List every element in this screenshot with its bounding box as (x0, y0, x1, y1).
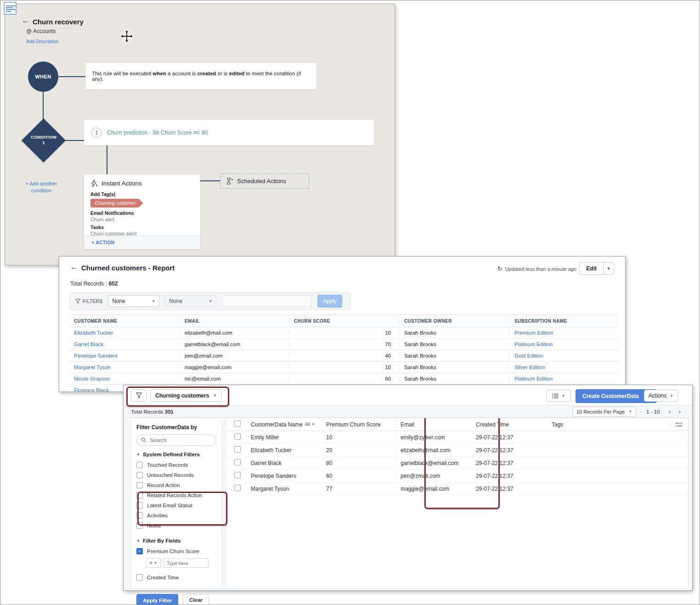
subscription-name-link[interactable]: Platinum Edition (509, 342, 618, 347)
checkbox[interactable] (136, 462, 143, 468)
row-select[interactable] (226, 446, 247, 454)
report-filter-value-input[interactable] (222, 295, 312, 307)
row-select[interactable] (226, 433, 247, 441)
filter-option[interactable]: Notes (131, 521, 222, 531)
filter-search-box[interactable] (136, 434, 216, 446)
subscription-name-link[interactable]: Silver Edition (509, 364, 618, 370)
search-icon (141, 437, 146, 443)
filter-by-fields-section[interactable]: ▼ Filter By Fields (131, 531, 222, 546)
score-column-header[interactable]: Premium Churn Score (321, 421, 396, 428)
customer-name-link[interactable]: Margaret Tyson (69, 364, 180, 370)
customer-name-link[interactable]: Garret Black (69, 342, 180, 347)
refresh-icon[interactable]: ↻ (497, 265, 502, 272)
customer-name-link[interactable]: Penelope Sanders (69, 353, 180, 359)
checkbox[interactable] (136, 472, 143, 478)
total-records: Total Records 301 (131, 409, 174, 415)
subscription-name-link[interactable]: Premium Edition (509, 330, 618, 336)
checkbox[interactable] (136, 502, 143, 509)
created-column-header[interactable]: Created Time (472, 421, 548, 428)
add-action-link[interactable]: + ACTION (84, 235, 200, 249)
add-another-condition-link[interactable]: + Add another condition (13, 180, 69, 194)
tag-chip[interactable]: Churning customer (90, 199, 143, 207)
apply-filter-button[interactable]: Apply Filter (136, 594, 178, 605)
checkbox-checked[interactable]: ✓ (136, 548, 143, 555)
table-row: Nicole Graysonnic@email.com60Sarah Brook… (69, 373, 618, 385)
listview-toolbar: Churning customers▼ ▼ Create CustomerDat… (124, 385, 692, 405)
customer-owner-cell: Sarah Brooks (399, 353, 509, 359)
customerdata-name-cell[interactable]: Garret Black (247, 460, 321, 466)
clear-button[interactable]: Clear (183, 594, 209, 605)
checkbox[interactable] (234, 420, 241, 427)
checkbox[interactable] (234, 472, 241, 478)
when-node[interactable]: WHEN (28, 62, 58, 92)
select-all[interactable] (226, 420, 247, 428)
actions-button[interactable]: Actions▼ (644, 390, 678, 402)
listview-table: CustomerData Name All▼ Premium Churn Sco… (226, 418, 689, 588)
checkbox[interactable] (136, 492, 143, 499)
filter-option-created-time[interactable]: Created Time (131, 571, 222, 583)
previous-page-icon[interactable]: ‹ (668, 408, 670, 415)
email-column-header[interactable]: Email (396, 421, 472, 428)
customerdata-name-cell[interactable]: Margaret Tyson (247, 486, 321, 492)
hourglass-icon (226, 178, 233, 185)
subscription-name-link[interactable]: Gold Edition (509, 353, 618, 359)
table-row: Elizabeth Tuckerelizabeth@mail.com10Sara… (69, 327, 618, 339)
checkbox[interactable] (136, 512, 143, 519)
filter-option[interactable]: Untouched Records (131, 470, 222, 480)
when-rule-box[interactable]: This rule will be executed when a accoun… (85, 63, 316, 90)
apply-button[interactable]: Apply (317, 295, 342, 308)
tags-column-header[interactable]: Tags (548, 421, 669, 428)
filter-option-premium-churn-score[interactable]: ✓ Premium Churn Score (131, 546, 222, 556)
add-description-link[interactable]: Add Description (26, 39, 59, 44)
instant-actions-card[interactable]: Instant Actions Add Tag(s) Churning cust… (84, 174, 200, 249)
customerdata-name-cell[interactable]: Elizabeth Tucker (247, 447, 321, 454)
operator-dropdown[interactable]: =▼ (146, 558, 161, 568)
scheduled-actions-box[interactable]: Scheduled Actions (220, 174, 309, 189)
view-selector-dropdown[interactable]: Churning customers▼ (150, 389, 222, 402)
back-icon[interactable]: ← (22, 16, 29, 25)
edit-button[interactable]: Edit ▼ (579, 262, 614, 275)
row-select[interactable] (226, 485, 247, 493)
sidebar-toggle-icon[interactable] (4, 2, 17, 15)
name-filter-dropdown[interactable]: All▼ (305, 422, 315, 427)
checkbox[interactable] (136, 574, 143, 581)
checkbox[interactable] (136, 522, 143, 529)
filter-option[interactable]: Related Records Action (131, 490, 222, 500)
field-value-input[interactable] (164, 558, 209, 568)
system-defined-filters-section[interactable]: ▼ System Defined Filters (131, 446, 222, 460)
customer-name-link[interactable]: Elizabeth Tucker (69, 330, 180, 336)
checkbox[interactable] (234, 433, 241, 440)
search-input[interactable] (149, 437, 210, 443)
checkbox[interactable] (234, 459, 241, 465)
screenshot-stage: ← Churn recovery @ Accounts Add Descript… (0, 0, 700, 605)
checkbox[interactable] (136, 482, 143, 488)
filter-option[interactable]: Record Action (131, 480, 222, 490)
churn-score-cell: 70 (289, 342, 399, 347)
customerdata-name-cell[interactable]: Penelope Sanders (247, 473, 321, 479)
list-display-options-button[interactable]: ▼ (546, 390, 571, 402)
subscription-name-link[interactable]: Platinum Edition (509, 376, 618, 381)
filter-option[interactable]: Activities (131, 510, 222, 521)
filter-toggle-button[interactable] (131, 389, 147, 402)
row-select[interactable] (226, 472, 247, 480)
report-filter2-dropdown[interactable]: None▼ (165, 295, 216, 307)
chevron-down-icon[interactable]: ▼ (603, 263, 614, 274)
listview-content: Filter CustomerData by ▼ System Defined … (124, 418, 692, 590)
checkbox[interactable] (234, 485, 241, 491)
records-per-page-dropdown[interactable]: 10 Records Per Page▼ (572, 407, 636, 417)
report-filter1-dropdown[interactable]: None▼ (108, 295, 159, 307)
manage-columns-button[interactable] (669, 422, 688, 427)
system-filters-list: Touched RecordsUntouched RecordsRecord A… (131, 460, 222, 531)
next-page-icon[interactable]: › (679, 408, 681, 415)
checkbox[interactable] (234, 446, 241, 453)
name-column-header[interactable]: CustomerData Name All▼ (247, 421, 321, 428)
email-cell: nic@email.com (180, 376, 289, 381)
back-icon[interactable]: ← (70, 263, 78, 271)
filter-option[interactable]: Latest Email Status (131, 500, 222, 510)
condition-row[interactable]: 1 Churn prediction - Sb Churn Score>=80 (84, 120, 374, 146)
filter-option[interactable]: Touched Records (131, 460, 222, 470)
email-notifications-value[interactable]: Churn alert (84, 217, 200, 223)
row-select[interactable] (226, 459, 247, 467)
customerdata-name-cell[interactable]: Emily Miller (247, 434, 321, 441)
customer-name-link[interactable]: Nicole Grayson (69, 376, 180, 381)
